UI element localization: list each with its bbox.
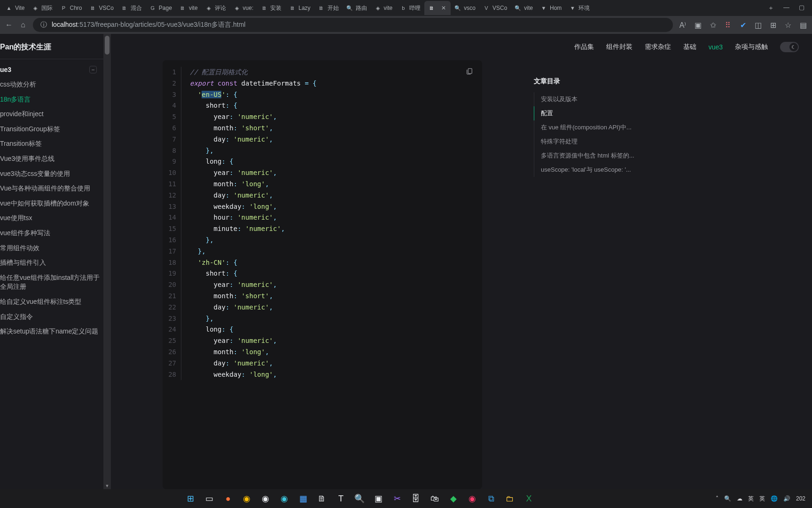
scroll-down-icon[interactable]: ▼ <box>103 483 111 489</box>
sidebar-item[interactable]: 解决setup语法糖下name定义问题 <box>0 324 103 339</box>
browser-tab[interactable]: 🗎混合 <box>117 1 146 15</box>
back-button[interactable]: ← <box>5 21 13 29</box>
browser-tab[interactable]: 🗎VSCo <box>86 1 117 15</box>
tray-chevron-icon[interactable]: ˄ <box>716 495 718 502</box>
code-content[interactable]: day: 'numeric', <box>190 190 273 201</box>
code-content[interactable]: // 配置日期格式化 <box>190 67 248 78</box>
start-button[interactable]: ⊞ <box>183 491 198 506</box>
toc-item[interactable]: 特殊字符处理 <box>534 135 642 149</box>
url-input[interactable]: ⓘ localhost:5173/freepan-blog/articles/0… <box>33 18 673 32</box>
topnav-item[interactable]: 杂项与感触 <box>735 43 768 51</box>
sidebar-scrollbar[interactable]: ▲ ▼ <box>103 34 111 489</box>
favorites-icon[interactable]: ☆ <box>784 21 792 29</box>
edge-icon[interactable]: ◉ <box>277 491 292 506</box>
browser-tab[interactable]: 🗎开始 <box>314 1 343 15</box>
topnav-item[interactable]: 需求杂症 <box>645 43 671 51</box>
code-content[interactable]: short: { <box>190 268 237 279</box>
topnav-item[interactable]: vue3 <box>709 43 723 51</box>
sidebar-item[interactable]: vue3动态css变量的使用 <box>0 167 103 182</box>
code-content[interactable]: 'en-US': { <box>190 89 237 101</box>
explorer-icon[interactable]: 🗀 <box>502 491 517 506</box>
code-content[interactable]: long: { <box>190 156 234 167</box>
collections-icon[interactable]: ▤ <box>799 21 807 29</box>
browser-tab[interactable]: ▼Hom <box>537 1 565 15</box>
snip-icon[interactable]: ✂ <box>390 491 405 506</box>
store-icon[interactable]: 🛍 <box>427 491 442 506</box>
browser-tab[interactable]: ▼环境 <box>565 1 593 15</box>
browser-tab[interactable]: 🗎vite <box>176 1 202 15</box>
sidebar-item[interactable]: 常用组件动效 <box>0 241 103 256</box>
toc-item[interactable]: 多语言资源值中包含 html 标签的... <box>534 149 642 163</box>
topnav-item[interactable]: 组件封装 <box>606 43 632 51</box>
toc-item[interactable]: 安装以及版本 <box>534 92 642 106</box>
tray-onedrive-icon[interactable]: ☁ <box>737 495 742 502</box>
browser-tab[interactable]: 🔍路由 <box>343 1 371 15</box>
browser-tab[interactable]: GPage <box>146 1 176 15</box>
sidebar-item[interactable]: 插槽与组件引入 <box>0 255 103 270</box>
sidebar-item[interactable]: 自定义指令 <box>0 310 103 325</box>
db-icon[interactable]: 🗄 <box>408 491 423 506</box>
calendar-icon[interactable]: ▦ <box>296 491 311 506</box>
sidebar-item[interactable]: provide和inject <box>0 107 103 122</box>
code-content[interactable]: short: { <box>190 100 237 111</box>
sidebar-item[interactable]: vue组件多种写法 <box>0 226 103 241</box>
code-content[interactable]: day: 'numeric', <box>190 134 273 145</box>
terminal-icon[interactable]: ▣ <box>371 491 386 506</box>
sidebar-item[interactable]: Transition标签 <box>0 136 103 151</box>
code-content[interactable]: year: 'numeric', <box>190 335 277 347</box>
home-button[interactable]: ⌂ <box>19 21 27 29</box>
site-title[interactable]: Pan的技术生涯 <box>0 42 103 59</box>
browser-tab[interactable]: 🔍vsco <box>451 1 479 15</box>
browser-tab[interactable]: b哔哩 <box>396 1 424 15</box>
browser-tab[interactable]: 🔍vite <box>511 1 537 15</box>
sidebar-item[interactable]: 给自定义vue组件标注ts类型 <box>0 294 103 310</box>
code-content[interactable]: }, <box>190 145 214 157</box>
code-content[interactable]: hour: 'numeric', <box>190 212 277 223</box>
site-info-icon[interactable]: ⓘ <box>39 21 48 29</box>
code-content[interactable]: day: 'numeric', <box>190 358 273 369</box>
clock-year[interactable]: 202 <box>796 495 805 502</box>
code-content[interactable]: year: 'numeric', <box>190 167 277 179</box>
split-icon[interactable]: ◫ <box>754 21 762 29</box>
code-content[interactable]: weekday: 'long', <box>190 201 277 213</box>
browser-tab[interactable]: ▲Vite <box>2 1 28 15</box>
new-tab-button[interactable]: ＋ <box>768 4 774 12</box>
browser-tab[interactable]: 🗎✕ <box>424 1 451 15</box>
code-content[interactable]: weekday: 'long', <box>190 369 277 381</box>
code-content[interactable]: }, <box>190 246 206 257</box>
code-content[interactable]: day: 'numeric', <box>190 302 273 313</box>
browser-tab[interactable]: 🗎安装 <box>257 1 285 15</box>
browser-tab[interactable]: PChro <box>56 1 86 15</box>
chrome-canary-icon[interactable]: ◉ <box>239 491 254 506</box>
sidebar-item[interactable]: css动效分析 <box>0 77 103 92</box>
code-content[interactable]: year: 'numeric', <box>190 279 277 291</box>
collapse-icon[interactable]: – <box>89 66 97 73</box>
minimize-button[interactable]: — <box>783 4 789 12</box>
sidebar-item[interactable]: 给任意vue组件添加install方法用于全局注册 <box>0 270 103 294</box>
browser-tab[interactable]: ◈vue: <box>230 1 258 15</box>
read-aloud-icon[interactable]: A⁾ <box>679 21 687 29</box>
code-content[interactable]: }, <box>190 313 214 325</box>
favorite-icon[interactable]: ✩ <box>709 21 717 29</box>
copy-button[interactable] <box>463 65 476 77</box>
code-content[interactable]: export const datetimeFormats = { <box>190 78 317 89</box>
text-icon[interactable]: T <box>333 491 348 506</box>
file-icon[interactable]: 🗎 <box>314 491 329 506</box>
ime-indicator[interactable]: 英 <box>748 495 754 503</box>
code-content[interactable]: }, <box>190 235 214 246</box>
sidebar-group-header[interactable]: ue3 – <box>0 66 103 73</box>
code-content[interactable]: month: 'short', <box>190 291 273 302</box>
sidebar-item[interactable]: Vue与各种动画组件的整合使用 <box>0 181 103 196</box>
search-app-icon[interactable]: 🔍 <box>352 491 367 506</box>
code-content[interactable]: long: { <box>190 324 234 335</box>
task-view-icon[interactable]: ▭ <box>202 491 217 506</box>
network-icon[interactable]: 🌐 <box>771 495 778 502</box>
code-content[interactable]: minute: 'numeric', <box>190 223 285 235</box>
browser-tab[interactable]: ◈评论 <box>202 1 230 15</box>
firefox-icon[interactable]: ● <box>220 491 235 506</box>
ime-lang[interactable]: 英 <box>759 495 765 503</box>
close-icon[interactable]: ✕ <box>440 5 447 11</box>
toc-item[interactable]: useScope: 'local'与 useScope: '... <box>534 163 642 177</box>
browser-tab[interactable]: ◈vite <box>371 1 397 15</box>
check-icon[interactable]: ✔ <box>739 21 747 29</box>
